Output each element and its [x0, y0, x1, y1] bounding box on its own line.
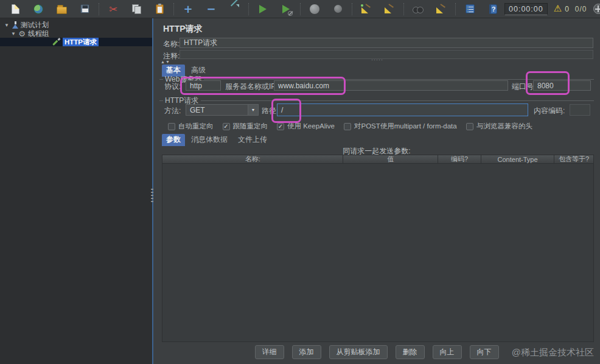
comment-input[interactable]	[180, 50, 593, 59]
broom-glyph	[436, 4, 447, 15]
clear-all-icon[interactable]	[382, 2, 397, 16]
add-from-clipboard-button[interactable]: 从剪贴板添加	[329, 345, 388, 359]
function-helper-icon[interactable]	[462, 2, 477, 16]
toggle-glyph	[229, 4, 239, 14]
up-button[interactable]: 向上	[433, 345, 462, 359]
server-value: www.baidu.com	[278, 82, 329, 90]
col-header-value: 值	[343, 155, 438, 163]
protocol-input[interactable]: http	[186, 80, 221, 91]
tree-item-label[interactable]: 线程组	[26, 29, 51, 38]
protocol-value: http	[190, 82, 202, 90]
tree-item-label[interactable]: 测试计划	[19, 21, 51, 29]
checkbox-box[interactable]	[223, 123, 230, 130]
thread-group-icon: ⚙	[18, 29, 26, 38]
tree-item-http-request[interactable]: HTTP请求	[0, 38, 152, 46]
plus-glyph: +	[183, 4, 192, 15]
book-glyph: ?	[489, 4, 497, 14]
save-icon[interactable]	[77, 2, 92, 16]
cut-icon[interactable]: ✂	[106, 2, 120, 16]
log-errors-indicator[interactable]: ⚠ 0	[554, 4, 569, 13]
checkbox-browser-compatible-headers[interactable]: 与浏览器兼容的头	[466, 122, 532, 131]
delete-button[interactable]: 删除	[396, 345, 425, 359]
path-input[interactable]: /	[277, 103, 528, 116]
paper-glyph	[12, 4, 19, 14]
checkbox-follow-redirects[interactable]: 跟随重定向	[223, 122, 268, 131]
clear-icon[interactable]	[359, 2, 374, 16]
parameters-table: 名称: 值 编码? Content-Type 包含等于?	[162, 155, 594, 342]
help-icon[interactable]: ?	[486, 2, 500, 16]
tab-parameters[interactable]: 参数	[162, 134, 185, 146]
toggle-icon[interactable]	[227, 2, 242, 16]
server-input[interactable]: www.baidu.com	[274, 80, 508, 91]
clipboard-glyph	[156, 4, 164, 14]
collapse-arrows[interactable]: ▲▼	[161, 60, 170, 64]
start-no-pauses-icon[interactable]	[279, 2, 293, 16]
tree-item-label[interactable]: HTTP请求	[63, 38, 99, 46]
checkbox-box[interactable]	[168, 123, 175, 130]
open-file-icon[interactable]	[54, 2, 69, 16]
start-icon[interactable]	[256, 2, 270, 16]
checkbox-label: 跟随重定向	[233, 122, 268, 131]
caret-down-icon[interactable]: ▼	[4, 23, 9, 28]
watermark: @稀土掘金技术社区	[512, 347, 594, 359]
paste-icon[interactable]	[152, 2, 167, 16]
name-value: HTTP请求	[184, 38, 217, 48]
chevron-down-icon[interactable]: ▼	[248, 105, 258, 115]
parameters-table-body[interactable]	[162, 164, 593, 341]
no-pause-badge	[288, 11, 293, 16]
checkbox-multipart-form-data[interactable]: 对POST使用multipart / form-data	[344, 122, 457, 131]
stop-icon[interactable]	[307, 2, 322, 16]
protocol-label: 协议:	[164, 82, 181, 92]
copy-icon[interactable]	[129, 2, 144, 16]
detail-button[interactable]: 详细	[255, 345, 284, 359]
tree-item-test-plan[interactable]: ▼ 测试计划	[0, 21, 152, 29]
shutdown-icon[interactable]	[330, 2, 345, 16]
checkbox-label: 使用 KeepAlive	[287, 122, 335, 131]
copy-glyph	[132, 4, 141, 13]
horizontal-splitter-grip[interactable]: ·····	[371, 57, 383, 63]
remote-start-icon[interactable]	[593, 4, 600, 14]
down-button[interactable]: 向下	[470, 345, 499, 359]
checkbox-label: 对POST使用multipart / form-data	[354, 122, 457, 131]
test-plan-icon	[11, 21, 19, 29]
tree-item-thread-group[interactable]: ▼ ⚙ 线程组	[0, 29, 152, 38]
col-header-content-type: Content-Type	[481, 155, 554, 163]
method-value: GET	[186, 105, 248, 115]
checkbox-label: 自动重定向	[178, 122, 214, 131]
checkbox-redirect-automatically[interactable]: 自动重定向	[168, 122, 214, 131]
checkbox-use-keepalive[interactable]: 使用 KeepAlive	[277, 122, 335, 131]
globe-glyph	[33, 4, 43, 14]
col-header-name: 名称:	[162, 155, 343, 163]
method-label: 方法:	[164, 106, 181, 116]
toolbar-status-area: 00:00:00 ⚠ 0 0/0	[504, 3, 600, 15]
search-icon[interactable]	[411, 2, 425, 16]
list-glyph	[466, 4, 475, 13]
http-request-config-panel: HTTP请求 名称: HTTP请求 注释: ▲▼ ····· 基本 高级	[153, 18, 600, 364]
thread-counter: 0/0	[575, 5, 587, 13]
toolbar-separator	[352, 3, 352, 15]
toolbar-separator	[403, 3, 404, 15]
server-label: 服务器名称或IP:	[225, 82, 278, 92]
port-label: 端口号:	[512, 82, 535, 92]
expand-all-icon[interactable]: +	[181, 2, 195, 16]
tab-body-data[interactable]: 消息体数据	[187, 134, 232, 146]
encoding-input[interactable]	[570, 104, 590, 116]
templates-icon[interactable]	[31, 2, 46, 16]
checkbox-box[interactable]	[277, 123, 284, 130]
tab-files-upload[interactable]: 文件上传	[234, 134, 271, 146]
shutdown-glyph	[334, 5, 342, 13]
warning-icon: ⚠	[554, 4, 562, 13]
checkbox-box[interactable]	[344, 123, 351, 130]
floppy-glyph	[80, 4, 89, 13]
stop-glyph	[310, 4, 319, 14]
add-button[interactable]: 添加	[292, 345, 321, 359]
caret-down-icon[interactable]: ▼	[11, 31, 16, 37]
name-input[interactable]: HTTP请求	[180, 38, 593, 48]
checkbox-label: 与浏览器兼容的头	[476, 122, 532, 131]
search-reset-icon[interactable]	[434, 2, 448, 16]
checkbox-box[interactable]	[466, 123, 473, 130]
port-input[interactable]: 8080	[533, 80, 591, 91]
new-file-icon[interactable]	[8, 2, 23, 16]
method-select[interactable]: GET ▼	[186, 104, 259, 116]
collapse-all-icon[interactable]: −	[204, 2, 218, 16]
